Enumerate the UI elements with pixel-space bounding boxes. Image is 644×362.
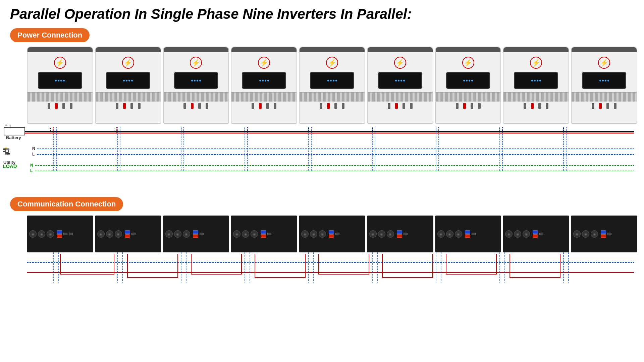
comm-unit-3: ◉ ◉ ◉ — [163, 216, 229, 252]
inverter-bottom-9 — [572, 102, 637, 110]
comm-fan: ◉ — [514, 230, 521, 238]
connector-l-8 — [546, 103, 548, 109]
svg-text:L: L — [30, 168, 33, 173]
connector-neg-9 — [592, 103, 594, 109]
dot — [537, 80, 538, 81]
connector-neg-5 — [320, 103, 322, 109]
connector-l-7 — [478, 103, 481, 109]
dot — [330, 80, 332, 81]
inverter-terminals-8 — [503, 92, 569, 102]
comm-port — [69, 233, 73, 235]
dot — [471, 80, 473, 81]
inverter-terminals-9 — [572, 92, 637, 102]
comm-unit-2: ◉ ◉ ◉ — [95, 216, 161, 252]
inverter-terminals-1 — [28, 92, 93, 102]
inverter-unit-8: ⚡ — [503, 47, 569, 124]
dot — [599, 80, 601, 81]
svg-text:N: N — [32, 146, 35, 151]
comm-fan: ◉ — [387, 230, 394, 238]
comm-connection-badge: Communication Connection — [10, 197, 123, 211]
screen-dots-4 — [259, 80, 269, 81]
inverters-row: ⚡ ⚡ — [27, 47, 637, 124]
comm-port — [335, 233, 339, 235]
dot — [131, 80, 133, 81]
dot — [400, 80, 402, 81]
dot — [126, 80, 127, 81]
connector-pos-3 — [191, 103, 194, 109]
lightning-icon-8: ⚡ — [530, 57, 542, 69]
inverter-screen-8 — [514, 72, 558, 89]
comm-fan: ◉ — [446, 230, 453, 238]
dot — [539, 80, 541, 81]
power-connection-badge: Power Connection — [10, 28, 90, 42]
comm-fan: ◉ — [319, 230, 326, 238]
comm-fan: ◉ — [591, 230, 598, 238]
inverter-terminals-3 — [164, 92, 229, 102]
comm-connector-red — [465, 234, 470, 238]
comm-ports — [465, 230, 470, 238]
comm-port — [404, 233, 408, 235]
connector-neg-4 — [252, 103, 254, 109]
comm-connector-red — [329, 234, 334, 238]
inverter-unit-9: ⚡ — [571, 47, 637, 124]
dot — [63, 80, 65, 81]
comm-ports — [397, 230, 402, 238]
svg-text:⚡: ⚡ — [3, 146, 8, 151]
inverter-unit-5: ⚡ — [299, 47, 365, 124]
lightning-icon-6: ⚡ — [394, 57, 406, 69]
svg-rect-0 — [4, 128, 25, 135]
comm-connector-red — [601, 234, 606, 238]
screen-dots-7 — [463, 80, 473, 81]
comm-ports — [57, 230, 62, 238]
connector-n-5 — [334, 103, 337, 109]
comm-connector-blue — [193, 230, 198, 234]
inverter-bottom-5 — [300, 102, 365, 110]
comm-connector-blue — [329, 230, 334, 234]
comm-ports — [193, 230, 198, 238]
lightning-icon-9: ⚡ — [598, 57, 610, 69]
comm-ports — [601, 230, 606, 238]
inverter-top-bar — [436, 47, 501, 52]
dot — [333, 80, 334, 81]
inverter-screen-7 — [446, 72, 490, 89]
dot — [395, 80, 397, 81]
dot — [55, 80, 57, 81]
dot — [463, 80, 465, 81]
dot — [58, 80, 59, 81]
comm-port — [63, 233, 67, 235]
inverter-screen-3 — [174, 72, 218, 89]
comm-connector-blue — [57, 230, 62, 234]
screen-dots-3 — [191, 80, 201, 81]
connector-l-1 — [70, 103, 72, 109]
inverter-unit-6: ⚡ — [367, 47, 433, 124]
comm-fan: ◉ — [437, 230, 445, 238]
comm-fan: ◉ — [378, 230, 385, 238]
connector-l-3 — [206, 103, 208, 109]
comm-unit-8: ◉ ◉ ◉ — [503, 216, 569, 252]
dot — [327, 80, 329, 81]
dot — [60, 80, 62, 81]
connector-pos-8 — [531, 103, 534, 109]
dot — [197, 80, 198, 81]
comm-port — [131, 233, 136, 235]
dot — [265, 80, 266, 81]
lightning-icon-7: ⚡ — [462, 57, 474, 69]
screen-dots-8 — [531, 80, 541, 81]
dot — [259, 80, 261, 81]
connector-n-8 — [538, 103, 541, 109]
comm-fan: ◉ — [582, 230, 589, 238]
svg-text:N: N — [30, 163, 33, 168]
screen-dots-6 — [395, 80, 405, 81]
comm-connector-red — [125, 234, 130, 238]
comm-fan: ◉ — [523, 230, 530, 238]
comm-fan: ◉ — [183, 230, 190, 238]
connector-neg-6 — [388, 103, 390, 109]
svg-text:Battery: Battery — [6, 135, 21, 140]
comm-connector-red — [193, 234, 198, 238]
inverter-terminals-5 — [300, 92, 365, 102]
comm-fan: ◉ — [505, 230, 513, 238]
inverter-screen-9 — [582, 72, 626, 89]
inverter-top-bar — [28, 47, 93, 52]
screen-dots-5 — [327, 80, 337, 81]
screen-dots-2 — [123, 80, 133, 81]
